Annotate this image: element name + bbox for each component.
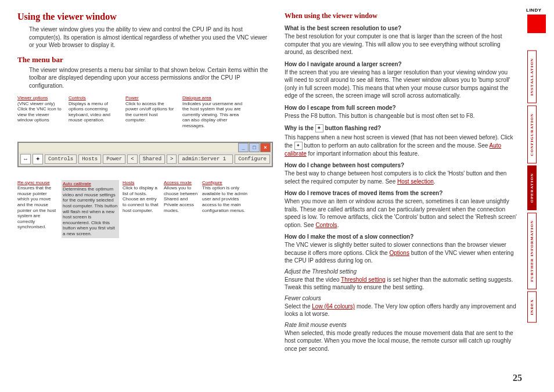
sub-colours: Fewer colours xyxy=(285,295,517,301)
callout-viewer-options-text: (VNC viewer only) Click the VNC icon to … xyxy=(17,101,62,123)
a5b: . xyxy=(434,178,436,185)
a-escape: Press the F8 button. This button is chan… xyxy=(285,112,517,120)
a-change-host: The best way to change between host comp… xyxy=(285,170,517,185)
link-controls[interactable]: Controls xyxy=(315,222,337,228)
tab-further-info[interactable]: FURTHER INFORMATION xyxy=(527,213,537,289)
dialogue-area: admin:Server 1 xyxy=(178,154,233,164)
callout-resync: Re-sync mouse xyxy=(17,180,50,185)
link-low-colours[interactable]: Low (64 colours) xyxy=(312,303,355,310)
q-resolution: What is the best screen resolution to us… xyxy=(285,25,517,31)
sub-threshold: Adjust the Threshold setting xyxy=(285,268,517,275)
menu-bar-intro: The viewer window presents a menu bar si… xyxy=(17,66,273,90)
a5a: The best way to change between host comp… xyxy=(285,170,506,185)
a-colours: Select the Low (64 colours) mode. The Ve… xyxy=(285,303,517,318)
minimize-icon[interactable]: _ xyxy=(238,143,249,152)
calibrate-inline-icon: ✦ xyxy=(315,124,323,132)
callout-autocalibrate: Auto calibrate xyxy=(63,181,91,186)
close-icon[interactable]: × xyxy=(260,143,271,152)
page-title: Using the viewer window xyxy=(17,12,273,22)
sidebar: INSTALLATION CONFIGURATION OPERATION FUR… xyxy=(527,15,549,325)
hosts-button[interactable]: Hosts xyxy=(78,154,101,164)
q-navigate: How do I navigate around a larger screen… xyxy=(285,61,517,67)
bottom-callouts: Re-sync mouse Ensures that the mouse poi… xyxy=(17,180,273,238)
page-number: 25 xyxy=(513,373,522,383)
q-flash-b: button flashing red? xyxy=(323,125,381,131)
callout-resync-text: Ensures that the mouse pointer which you… xyxy=(17,185,56,229)
controls-button[interactable]: Controls xyxy=(45,154,77,164)
tab-operation[interactable]: OPERATION xyxy=(527,166,537,210)
s1a: Ensure that the video xyxy=(285,276,341,283)
callout-power-text: Click to access the power on/off options… xyxy=(125,101,174,123)
access-next[interactable]: > xyxy=(167,154,177,164)
callout-power: Power xyxy=(125,95,139,100)
tab-installation[interactable]: INSTALLATION xyxy=(527,51,537,103)
a4c: for important information about this fea… xyxy=(307,150,419,157)
tab-configuration[interactable]: CONFIGURATION xyxy=(527,106,537,164)
link-threshold[interactable]: Threshold setting xyxy=(341,276,386,283)
q-flashing: Why is the ✦ button flashing red? xyxy=(285,124,517,132)
sub-ratelimit: Rate limit mouse events xyxy=(285,322,517,328)
right-heading: When using the viewer window xyxy=(285,12,517,20)
q-slow: How do I make the most of a slow connect… xyxy=(285,233,517,240)
maximize-icon[interactable]: □ xyxy=(249,143,260,152)
link-options[interactable]: Options xyxy=(389,250,409,256)
q-traces: How do I remove traces of moved items fr… xyxy=(285,190,517,196)
callout-controls-text: Displays a menu of options concerning ke… xyxy=(69,101,110,123)
callout-hosts-text: Click to display a list of hosts. Choose… xyxy=(123,185,158,213)
callout-hosts: Hosts xyxy=(123,180,134,185)
a-traces: When you move an item or window across t… xyxy=(285,197,517,229)
a-flashing: This happens when a new host screen is v… xyxy=(285,134,517,157)
titlebar: _ □ × xyxy=(19,143,272,152)
a-navigate: If the screen that you are viewing has a… xyxy=(285,69,517,100)
configure-button[interactable]: Configure xyxy=(235,154,270,164)
callout-controls: Controls xyxy=(69,95,86,100)
auto-calibrate-icon[interactable]: ✦ xyxy=(33,154,43,164)
menu-bar-heading: The menu bar xyxy=(17,55,273,64)
callout-dialogue: Dialogue area xyxy=(182,95,211,100)
calibrate-inline-icon-2: ✦ xyxy=(294,142,303,150)
tab-index[interactable]: INDEX xyxy=(527,292,537,323)
callout-dialogue-text: Indicates your username and the host sys… xyxy=(182,101,242,128)
callout-viewer-options: Viewer options xyxy=(17,95,48,100)
top-callouts: Viewer options (VNC viewer only) Click t… xyxy=(17,95,273,129)
access-mode-button[interactable]: Shared xyxy=(139,154,165,164)
a-slow: The VNC viewer is slightly better suited… xyxy=(285,241,517,265)
callout-autocalibrate-text: Determines the optimum video and mouse s… xyxy=(63,186,117,236)
a-resolution: The best resolution for your computer is… xyxy=(285,33,517,56)
s2a: Select the xyxy=(285,303,312,310)
callout-configure-text: This option is only available to the adm… xyxy=(202,185,247,213)
callout-access: Access mode xyxy=(164,180,192,185)
toolbar-diagram: _ □ × ↔ ✦ Controls Hosts Power < Shared … xyxy=(17,142,273,167)
q-flash-a: Why is the xyxy=(285,125,315,131)
a-ratelimit: When selected, this mode greatly reduces… xyxy=(285,329,517,353)
a-threshold: Ensure that the video Threshold setting … xyxy=(285,276,517,292)
brand-logo xyxy=(527,15,546,33)
q-change-host: How do I change between host computers? xyxy=(285,162,517,168)
q-escape: How do I escape from full screen mode? xyxy=(285,105,517,111)
link-host-selection[interactable]: Host selection xyxy=(397,178,434,185)
intro-text: The viewer window gives you the ability … xyxy=(17,26,273,49)
power-button[interactable]: Power xyxy=(103,154,125,164)
a6b: . xyxy=(337,222,339,228)
resync-mouse-icon[interactable]: ↔ xyxy=(20,154,31,164)
a4b: button to perform an auto calibration fo… xyxy=(303,142,490,149)
callout-access-text: Allows you to choose between Shared and … xyxy=(164,185,197,213)
access-prev[interactable]: < xyxy=(127,154,137,164)
callout-configure: Configure xyxy=(202,180,222,185)
